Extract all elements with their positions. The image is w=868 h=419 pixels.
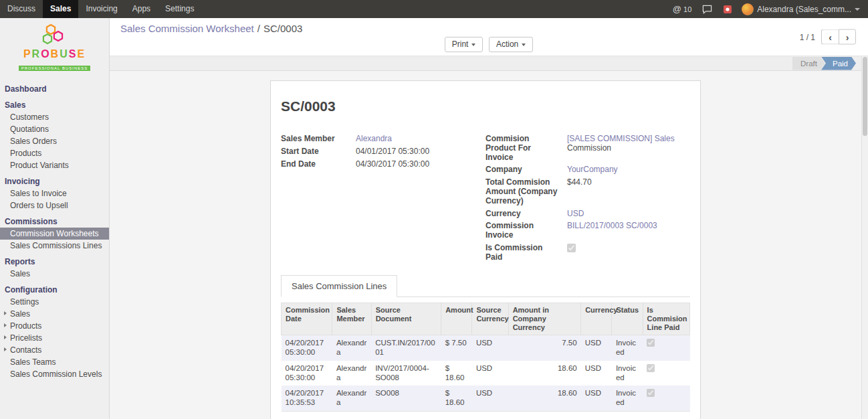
- user-menu[interactable]: Alexandra (Sales_comm...: [738, 0, 864, 18]
- end-date-value: 04/30/2017 05:30:00: [356, 159, 429, 169]
- currency-link[interactable]: USD: [567, 209, 584, 218]
- sidebar-item-commission-worksheets[interactable]: Commission Worksheets: [0, 228, 109, 240]
- sidebar-menu: Dashboard Sales Customers Quotations Sal…: [0, 83, 109, 380]
- messages-button[interactable]: [697, 0, 718, 18]
- sidebar-item-settings[interactable]: Settings: [0, 296, 109, 308]
- pager-next-button[interactable]: ›: [839, 29, 856, 45]
- section-configuration[interactable]: Configuration: [0, 284, 109, 296]
- pager-previous-button[interactable]: ‹: [821, 29, 839, 45]
- table-row[interactable]: 04/20/2017 05:30:00 Alexandra CUST.IN/20…: [282, 335, 690, 361]
- top-navbar: Discuss Sales Invoicing Apps Settings @ …: [0, 0, 868, 18]
- col-currency[interactable]: Currency: [581, 303, 612, 335]
- commission-product-link[interactable]: [SALES COMMISSION] Sales: [567, 134, 675, 143]
- sidebar-item-config-pricelists[interactable]: Pricelists: [0, 332, 109, 344]
- pager-value: 1 / 1: [800, 32, 815, 41]
- field-label-company: Company: [485, 165, 567, 175]
- activities-button[interactable]: @ 10: [667, 0, 697, 18]
- menu-discuss[interactable]: Discuss: [0, 0, 43, 18]
- field-label-start-date: Start Date: [281, 147, 356, 157]
- sidebar-item-reports-sales[interactable]: Sales: [0, 268, 109, 280]
- app-menu: Discuss Sales Invoicing Apps Settings: [0, 0, 201, 18]
- status-paid[interactable]: Paid: [821, 57, 856, 70]
- menu-apps[interactable]: Apps: [125, 0, 158, 18]
- logo-subtitle: PROFESSIONAL BUSINESS: [19, 66, 90, 71]
- section-reports[interactable]: Reports: [0, 256, 109, 268]
- action-button[interactable]: Action: [489, 37, 533, 52]
- table-row[interactable]: 04/20/2017 10:35:53 Alexandra SO008 $ 18…: [282, 386, 690, 411]
- menu-sales[interactable]: Sales: [43, 0, 78, 18]
- chat-bubble-icon: [702, 5, 712, 14]
- status-draft[interactable]: Draft: [792, 57, 825, 70]
- systray-extra-icon: [723, 5, 732, 14]
- col-amount[interactable]: Amount: [441, 303, 472, 335]
- section-dashboard[interactable]: Dashboard: [0, 83, 109, 95]
- logo-hexagons-icon: [40, 23, 70, 46]
- sidebar-item-config-sales[interactable]: Sales: [0, 308, 109, 320]
- company-logo: PROBUSE PROFESSIONAL BUSINESS: [0, 18, 109, 79]
- sidebar-item-product-variants[interactable]: Product Variants: [0, 159, 109, 171]
- expand-arrow-icon: [4, 347, 7, 351]
- company-link[interactable]: YourCompany: [567, 165, 618, 174]
- sidebar: PROBUSE PROFESSIONAL BUSINESS Dashboard …: [0, 18, 110, 419]
- menu-invoicing[interactable]: Invoicing: [78, 0, 124, 18]
- systray-extra-button[interactable]: [718, 0, 738, 18]
- breadcrumb-separator: /: [257, 23, 260, 34]
- section-invoicing[interactable]: Invoicing: [0, 175, 109, 187]
- control-panel: Sales Commission Worksheet/SC/0003 Print…: [110, 18, 868, 56]
- scrollbar-thumb[interactable]: [863, 57, 867, 136]
- breadcrumb-parent-link[interactable]: Sales Commission Worksheet: [120, 23, 254, 34]
- col-is-commission-line-paid[interactable]: Is Commision Line Paid: [643, 303, 689, 335]
- expand-arrow-icon: [4, 311, 7, 315]
- activities-icon: @: [673, 4, 681, 14]
- sidebar-item-sales-to-invoice[interactable]: Sales to Invoice: [0, 187, 109, 199]
- field-label-currency: Currency: [485, 210, 567, 219]
- line-paid-checkbox: [647, 389, 655, 397]
- field-group-right: Commision Product For Invoice [SALES COM…: [485, 135, 690, 266]
- section-commissions[interactable]: Commissions: [0, 216, 109, 228]
- section-sales[interactable]: Sales: [0, 99, 109, 111]
- col-source-currency[interactable]: Source Currency: [472, 303, 508, 335]
- vertical-scrollbar[interactable]: [861, 56, 868, 419]
- expand-arrow-icon: [4, 323, 7, 327]
- caret-down-icon: [522, 44, 526, 46]
- field-label-sales-member: Sales Member: [281, 135, 356, 144]
- breadcrumb-current: SC/0003: [263, 23, 302, 34]
- field-label-is-commission-paid: Is Commission Paid: [485, 244, 567, 262]
- sidebar-item-config-contacts[interactable]: Contacts: [0, 344, 109, 356]
- table-header-row: Commission Date Sales Member Source Docu…: [282, 303, 690, 335]
- sidebar-item-sales-commission-levels[interactable]: Sales Commission Levels: [0, 368, 109, 380]
- sidebar-item-products[interactable]: Products: [0, 147, 109, 159]
- activities-count: 10: [683, 5, 691, 13]
- total-commission-value: $44.70: [567, 177, 592, 187]
- field-label-commission-product: Commision Product For Invoice: [485, 135, 567, 162]
- col-sales-member[interactable]: Sales Member: [332, 303, 371, 335]
- commission-product-rest: Commission: [567, 143, 611, 153]
- sidebar-item-customers[interactable]: Customers: [0, 111, 109, 123]
- line-paid-checkbox: [647, 339, 655, 347]
- col-commission-date[interactable]: Commission Date: [282, 303, 332, 335]
- sidebar-item-config-products[interactable]: Products: [0, 320, 109, 332]
- print-button[interactable]: Print: [445, 37, 483, 52]
- control-panel-buttons: Print Action: [120, 37, 857, 52]
- sidebar-item-orders-to-upsell[interactable]: Orders to Upsell: [0, 199, 109, 212]
- field-label-end-date: End Date: [281, 160, 356, 169]
- commission-invoice-link[interactable]: BILL/2017/0003 SC/0003: [567, 221, 657, 230]
- line-paid-checkbox: [647, 364, 655, 372]
- sidebar-item-sales-commissions-lines[interactable]: Sales Commissions Lines: [0, 240, 109, 252]
- sidebar-item-sales-orders[interactable]: Sales Orders: [0, 135, 109, 147]
- sidebar-item-quotations[interactable]: Quotations: [0, 123, 109, 135]
- expand-arrow-icon: [4, 335, 7, 339]
- menu-settings[interactable]: Settings: [158, 0, 201, 18]
- table-row[interactable]: 04/20/2017 05:30:00 Alexandra INV/2017/0…: [282, 361, 690, 386]
- is-commission-paid-checkbox: [567, 244, 576, 252]
- sidebar-item-sales-teams[interactable]: Sales Teams: [0, 356, 109, 368]
- caret-down-icon: [855, 8, 860, 11]
- tab-sales-commission-lines[interactable]: Sales Commission Lines: [281, 275, 397, 297]
- col-source-document[interactable]: Source Document: [371, 303, 441, 335]
- systray: @ 10 Alexandra (Sales_comm...: [667, 0, 868, 18]
- form-sheet: SC/0003 Sales Member Alexandra Start Dat…: [270, 80, 701, 419]
- col-amount-company-currency[interactable]: Amount in Company Currency: [508, 303, 581, 335]
- col-status[interactable]: Status: [612, 303, 643, 335]
- sales-member-link[interactable]: Alexandra: [356, 134, 392, 143]
- field-label-total-commission: Total Commision Amount (Company Currency…: [485, 178, 567, 205]
